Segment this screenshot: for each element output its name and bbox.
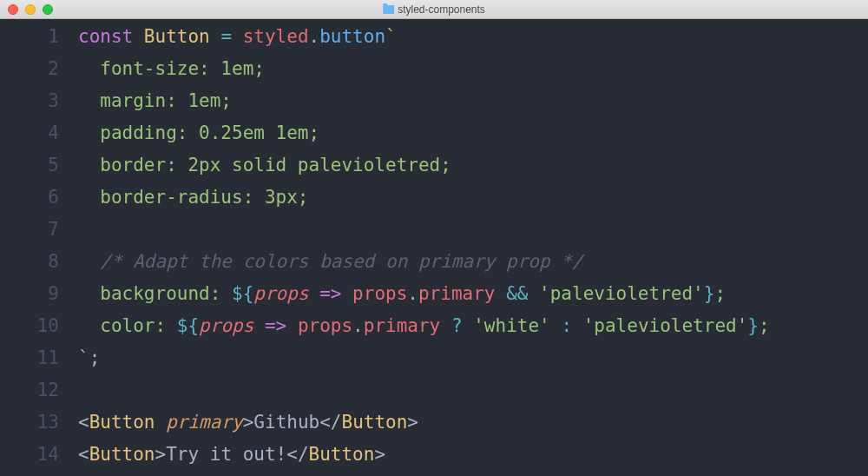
line-number: 11 xyxy=(0,342,59,374)
code-token: margin: 1em; xyxy=(78,90,232,111)
code-token: 'palevioletred' xyxy=(572,315,747,336)
code-token: Button xyxy=(89,412,167,433)
line-number: 14 xyxy=(0,439,59,471)
code-line[interactable]: <Button>Try it out!</Button> xyxy=(78,439,770,471)
line-number-gutter: 1234567891011121314 xyxy=(0,21,78,476)
code-token: < xyxy=(78,444,89,465)
code-token: 'palevioletred' xyxy=(528,283,703,304)
code-line[interactable]: color: ${props => props.primary ? 'white… xyxy=(78,310,770,342)
code-token: </ xyxy=(286,444,308,465)
code-token: ${ xyxy=(232,283,253,304)
code-token: props xyxy=(341,283,407,304)
code-token: primary xyxy=(364,315,451,336)
line-number: 1 xyxy=(0,21,59,53)
code-token: => xyxy=(319,283,341,304)
code-token: props xyxy=(253,283,319,304)
code-token: ; xyxy=(89,347,101,368)
code-token: Button xyxy=(89,444,155,465)
line-number: 3 xyxy=(0,85,59,117)
code-token: </ xyxy=(319,412,341,433)
code-token: . xyxy=(352,315,364,336)
code-content[interactable]: const Button = styled.button` font-size:… xyxy=(78,21,770,476)
line-number: 6 xyxy=(0,182,59,214)
code-token: > xyxy=(155,444,167,465)
code-line[interactable]: border-radius: 3px; xyxy=(78,182,770,214)
code-token: color: xyxy=(78,315,177,336)
code-token: . xyxy=(407,283,418,304)
line-number: 4 xyxy=(0,117,59,149)
close-button[interactable] xyxy=(8,4,18,15)
code-token: styled xyxy=(243,26,309,47)
code-editor[interactable]: 1234567891011121314 const Button = style… xyxy=(0,19,868,476)
line-number: 10 xyxy=(0,310,59,342)
code-token: } xyxy=(747,315,759,336)
code-line[interactable]: border: 2px solid palevioletred; xyxy=(78,149,770,182)
code-token: padding: 0.25em 1em; xyxy=(78,122,319,143)
line-number: 7 xyxy=(0,214,59,246)
code-token: < xyxy=(78,412,89,433)
code-line[interactable]: `; xyxy=(78,342,770,374)
code-token: ` xyxy=(78,347,89,368)
code-token: => xyxy=(265,315,286,336)
code-line[interactable]: margin: 1em; xyxy=(78,85,770,117)
line-number: 5 xyxy=(0,149,59,182)
code-token: Button xyxy=(342,412,408,433)
code-token: primary xyxy=(418,283,506,304)
code-token: props xyxy=(286,315,352,336)
code-token: Github xyxy=(253,412,319,433)
line-number: 12 xyxy=(0,374,59,407)
line-number: 13 xyxy=(0,407,59,439)
code-line[interactable]: padding: 0.25em 1em; xyxy=(78,117,770,149)
code-token: > xyxy=(407,412,418,433)
code-token: ; xyxy=(759,315,770,336)
code-token: background: xyxy=(78,283,232,304)
code-line[interactable] xyxy=(78,374,770,407)
window-title-group: styled-components xyxy=(383,3,485,16)
code-line[interactable]: font-size: 1em; xyxy=(78,53,770,85)
code-line[interactable]: const Button = styled.button` xyxy=(78,21,770,53)
code-token: button xyxy=(319,26,385,47)
code-token: /* Adapt the colors based on primary pro… xyxy=(78,251,583,272)
code-token: . xyxy=(309,26,320,47)
code-token: : xyxy=(561,315,572,336)
code-token: font-size: 1em; xyxy=(78,58,265,79)
code-line[interactable] xyxy=(78,214,770,246)
code-token: Button xyxy=(309,444,375,465)
code-token: = xyxy=(220,26,242,47)
code-token: } xyxy=(704,283,715,304)
code-token: ` xyxy=(385,26,397,47)
code-token: && xyxy=(506,283,528,304)
code-token: ; xyxy=(714,283,726,304)
code-token: Button xyxy=(144,26,221,47)
maximize-button[interactable] xyxy=(43,4,53,15)
code-token: const xyxy=(78,26,144,47)
code-line[interactable]: /* Adapt the colors based on primary pro… xyxy=(78,246,770,278)
window-title: styled-components xyxy=(398,3,485,16)
code-token: Try it out! xyxy=(166,444,286,465)
code-token: > xyxy=(374,444,385,465)
code-token: border: 2px solid palevioletred; xyxy=(78,155,451,175)
code-token: > xyxy=(243,412,254,433)
code-line[interactable]: background: ${props => props.primary && … xyxy=(78,278,770,310)
code-line[interactable]: <Button primary>Github</Button> xyxy=(78,407,770,439)
code-token: ${ xyxy=(177,315,199,336)
traffic-lights xyxy=(0,4,53,15)
code-token: border-radius: 3px; xyxy=(78,187,309,208)
code-token: ? xyxy=(451,315,463,336)
line-number: 8 xyxy=(0,246,59,278)
line-number: 2 xyxy=(0,53,59,85)
line-number: 9 xyxy=(0,278,59,310)
window-titlebar: styled-components xyxy=(0,0,868,19)
minimize-button[interactable] xyxy=(25,4,36,15)
folder-icon xyxy=(383,5,394,14)
code-token: props xyxy=(199,315,265,336)
code-token: primary xyxy=(166,412,243,433)
code-token: 'white' xyxy=(463,315,562,336)
